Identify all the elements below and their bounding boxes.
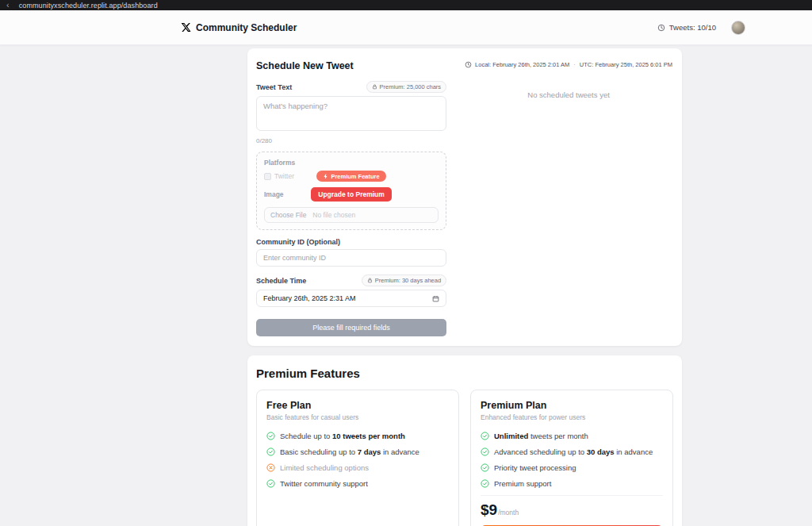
plan-feature: Premium support	[481, 479, 663, 488]
calendar-icon[interactable]	[432, 295, 439, 302]
lock-icon	[372, 84, 377, 90]
twitter-checkbox-label: Twitter	[274, 172, 294, 180]
zap-icon	[323, 174, 328, 179]
empty-state-message: No scheduled tweets yet	[465, 90, 672, 99]
premium-locked-box: Platforms Twitter Premium Feature	[256, 152, 446, 230]
check-circle-icon	[481, 447, 489, 456]
free-plan-card: Free Plan Basic features for casual user…	[256, 390, 459, 526]
tweet-premium-badge-label: Premium: 25,000 chars	[380, 83, 442, 90]
upgrade-to-premium-button[interactable]: Upgrade to Premium	[311, 187, 392, 202]
tweet-text-label: Tweet Text	[256, 83, 292, 91]
tweet-text-input[interactable]	[256, 96, 446, 131]
plan-feature: Basic scheduling up to 7 days in advance	[266, 447, 449, 456]
time-separator: ·	[573, 61, 576, 68]
tweets-counter: Tweets: 10/10	[669, 23, 716, 32]
clock-icon	[465, 61, 472, 68]
local-time: Local: February 26th, 2025 2:01 AM	[475, 61, 569, 68]
schedule-premium-badge-label: Premium: 30 days ahead	[375, 277, 441, 284]
browser-url-bar: ‹ communityxscheduler.replit.app/dashboa…	[0, 0, 812, 10]
plan-feature: Schedule up to 10 tweets per month	[266, 432, 449, 440]
scheduler-panel: Schedule New Tweet Tweet Text Premium: 2…	[247, 48, 682, 346]
image-label: Image	[264, 190, 311, 198]
check-circle-icon	[266, 479, 275, 488]
check-circle-icon	[266, 432, 275, 440]
scheduled-tweets-panel: Local: February 26th, 2025 2:01 AM · UTC…	[455, 48, 682, 346]
premium-plan-card: Premium Plan Enhanced features for power…	[470, 390, 673, 526]
check-circle-icon	[481, 432, 489, 440]
app-title: Community Scheduler	[196, 22, 297, 33]
file-input[interactable]: Choose File No file chosen	[264, 207, 439, 223]
premium-features-section: Premium Features Free Plan Basic feature…	[247, 355, 682, 526]
free-plan-subtitle: Basic features for casual users	[266, 413, 449, 421]
premium-features-title: Premium Features	[256, 367, 673, 380]
plan-feature: Limited scheduling options	[266, 463, 449, 472]
schedule-time-value: February 26th, 2025 2:31 AM	[263, 294, 356, 302]
platforms-label: Platforms	[264, 159, 439, 167]
schedule-premium-badge: Premium: 30 days ahead	[362, 275, 446, 286]
x-circle-icon	[266, 463, 275, 472]
lock-icon	[367, 278, 373, 283]
price-period: /month	[498, 509, 519, 516]
check-circle-icon	[481, 479, 489, 488]
community-id-input[interactable]	[256, 249, 446, 267]
utc-time: UTC: February 25th, 2025 6:01 PM	[580, 61, 672, 68]
premium-plan-title: Premium Plan	[481, 400, 663, 411]
avatar[interactable]	[731, 21, 745, 35]
twitter-checkbox[interactable]	[264, 173, 271, 180]
submit-button[interactable]: Please fill required fields	[256, 319, 446, 336]
char-counter: 0/280	[256, 137, 446, 144]
premium-plan-subtitle: Enhanced features for power users	[481, 413, 663, 421]
back-chevron-icon[interactable]: ‹	[6, 1, 10, 10]
url-text: communityxscheduler.replit.app/dashboard	[19, 2, 158, 10]
schedule-time-input[interactable]: February 26th, 2025 2:31 AM	[256, 290, 446, 307]
price-row: $9 /month	[481, 495, 663, 519]
price: $9	[481, 501, 497, 519]
plan-feature: Twitter community support	[266, 479, 449, 488]
file-status: No file chosen	[312, 211, 355, 219]
plan-feature: Advanced scheduling up to 30 days in adv…	[481, 447, 663, 456]
check-circle-icon	[266, 447, 275, 456]
premium-feature-badge: Premium Feature	[316, 171, 385, 182]
clock-icon	[657, 24, 665, 32]
dashboard-main: Schedule New Tweet Tweet Text Premium: 2…	[0, 45, 812, 526]
form-title: Schedule New Tweet	[256, 60, 446, 71]
plan-feature: Unlimited tweets per month	[481, 432, 663, 440]
file-choose-label: Choose File	[270, 211, 306, 219]
plan-feature: Priority tweet processing	[481, 463, 663, 472]
schedule-form: Schedule New Tweet Tweet Text Premium: 2…	[247, 48, 455, 346]
app-header: Community Scheduler Tweets: 10/10	[0, 10, 812, 45]
schedule-time-label: Schedule Time	[256, 277, 306, 285]
community-id-label: Community ID (Optional)	[256, 238, 340, 246]
tweet-premium-badge: Premium: 25,000 chars	[366, 81, 447, 93]
x-logo-icon	[181, 22, 191, 33]
premium-feature-badge-label: Premium Feature	[331, 173, 379, 180]
check-circle-icon	[481, 463, 489, 472]
free-plan-title: Free Plan	[266, 400, 449, 411]
